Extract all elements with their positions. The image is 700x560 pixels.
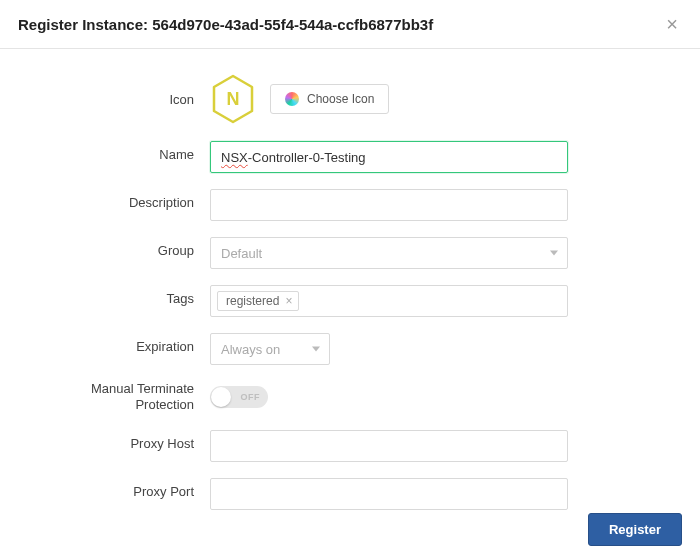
field-proxy-port xyxy=(210,478,568,510)
label-mtp: Manual TerminateProtection xyxy=(0,381,210,414)
tag-remove-icon[interactable]: × xyxy=(285,295,292,307)
field-expiration: Always on xyxy=(210,333,568,365)
toggle-knob xyxy=(211,387,231,407)
row-mtp: Manual TerminateProtection OFF xyxy=(0,381,700,414)
choose-icon-button[interactable]: Choose Icon xyxy=(270,84,389,114)
label-proxy-host: Proxy Host xyxy=(0,430,210,451)
tag-chip: registered × xyxy=(217,291,299,311)
label-group: Group xyxy=(0,237,210,258)
label-description: Description xyxy=(0,189,210,210)
field-tags: registered × xyxy=(210,285,568,317)
mtp-toggle[interactable]: OFF xyxy=(210,386,268,408)
field-icon: N Choose Icon xyxy=(210,73,568,125)
toggle-off-text: OFF xyxy=(241,392,261,402)
choose-icon-label: Choose Icon xyxy=(307,92,374,106)
label-proxy-port: Proxy Port xyxy=(0,478,210,499)
row-tags: Tags registered × xyxy=(0,285,700,317)
proxy-host-input[interactable] xyxy=(210,430,568,462)
label-name: Name xyxy=(0,141,210,162)
modal-title: Register Instance: 564d970e-43ad-55f4-54… xyxy=(18,16,433,33)
chevron-down-icon xyxy=(550,251,558,256)
row-name: Name NSX-Controller-0-Testing xyxy=(0,141,700,173)
close-icon: × xyxy=(666,13,678,35)
field-group: Default xyxy=(210,237,568,269)
name-value: NSX-Controller-0-Testing xyxy=(221,142,366,172)
tags-input[interactable]: registered × xyxy=(210,285,568,317)
color-wheel-icon xyxy=(285,92,299,106)
name-input[interactable]: NSX-Controller-0-Testing xyxy=(210,141,568,173)
description-input[interactable] xyxy=(210,189,568,221)
proxy-port-input[interactable] xyxy=(210,478,568,510)
group-placeholder: Default xyxy=(221,246,262,261)
label-expiration: Expiration xyxy=(0,333,210,354)
chevron-down-icon xyxy=(312,347,320,352)
row-description: Description xyxy=(0,189,700,221)
modal-header: Register Instance: 564d970e-43ad-55f4-54… xyxy=(0,0,700,49)
instance-hexagon-icon: N xyxy=(210,73,256,125)
form-area: Icon N Choose Icon Name NSX xyxy=(0,49,700,510)
instance-icon-letter: N xyxy=(227,89,240,109)
field-mtp: OFF xyxy=(210,386,568,408)
group-select[interactable]: Default xyxy=(210,237,568,269)
row-group: Group Default xyxy=(0,237,700,269)
row-proxy-host: Proxy Host xyxy=(0,430,700,462)
expiration-select[interactable]: Always on xyxy=(210,333,330,365)
close-button[interactable]: × xyxy=(662,14,682,34)
modal-footer: Register xyxy=(588,513,682,546)
field-name: NSX-Controller-0-Testing xyxy=(210,141,568,173)
tag-label: registered xyxy=(226,294,279,308)
field-description xyxy=(210,189,568,221)
row-expiration: Expiration Always on xyxy=(0,333,700,365)
register-button[interactable]: Register xyxy=(588,513,682,546)
label-icon: Icon xyxy=(0,92,210,107)
expiration-value: Always on xyxy=(221,342,280,357)
row-proxy-port: Proxy Port xyxy=(0,478,700,510)
label-tags: Tags xyxy=(0,285,210,306)
field-proxy-host xyxy=(210,430,568,462)
row-icon: Icon N Choose Icon xyxy=(0,73,700,125)
